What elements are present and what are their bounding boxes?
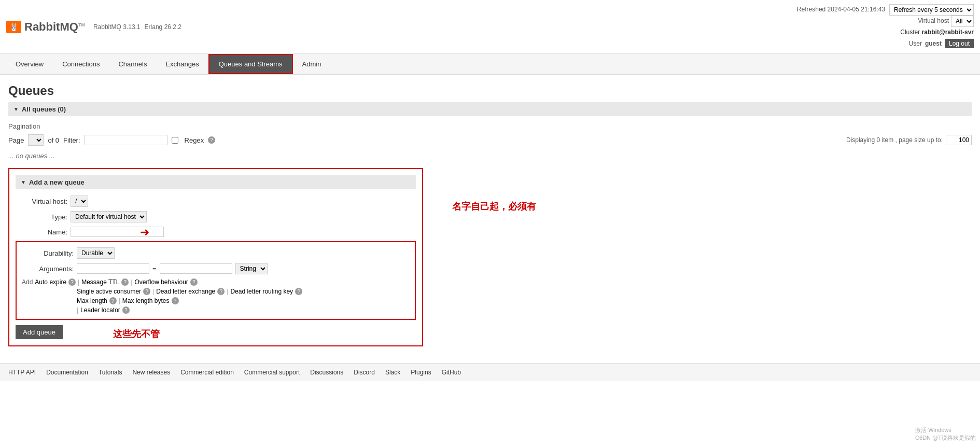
- footer-new-releases[interactable]: New releases: [132, 369, 170, 376]
- all-queues-label: All queues (0): [22, 105, 66, 113]
- nav-overview[interactable]: Overview: [6, 55, 53, 73]
- name-form-row: Name:: [16, 227, 416, 237]
- no-queues-message: ... no queues ...: [8, 152, 972, 160]
- logo-text: RabbitMQTM: [24, 20, 85, 34]
- logo: 🐰 RabbitMQTM: [6, 20, 85, 34]
- footer-commercial-edition[interactable]: Commercial edition: [180, 369, 234, 376]
- max-length-help[interactable]: ?: [109, 297, 117, 304]
- rabbitmq-version: RabbitMQ 3.13.1: [93, 23, 141, 31]
- filter-label: Filter:: [63, 136, 80, 144]
- page-title: Queues: [8, 83, 972, 98]
- message-ttl-help[interactable]: ?: [121, 278, 129, 286]
- sep5: |: [119, 297, 120, 304]
- footer-commercial-support[interactable]: Commercial support: [244, 369, 300, 376]
- message-ttl-link[interactable]: Message TTL: [81, 278, 119, 286]
- dead-letter-exchange-help[interactable]: ?: [217, 288, 225, 295]
- add-queue-section: ▼ Add a new queue 名字自己起，必须有 Virtual host…: [8, 168, 423, 346]
- single-active-help[interactable]: ?: [143, 288, 150, 295]
- vhost-field-select[interactable]: /: [71, 196, 88, 207]
- dead-letter-exchange-link[interactable]: Dead letter exchange: [156, 288, 215, 295]
- logout-button[interactable]: Log out: [945, 39, 974, 48]
- add-queue-collapse-icon: ▼: [21, 179, 26, 185]
- max-length-bytes-link[interactable]: Max length bytes: [122, 297, 170, 304]
- overflow-help[interactable]: ?: [190, 278, 198, 286]
- footer-http-api[interactable]: HTTP API: [8, 369, 36, 376]
- dead-letter-routing-help[interactable]: ?: [295, 288, 302, 295]
- type-form-row: Type: Default for virtual host: [16, 211, 416, 222]
- add-queue-header[interactable]: ▼ Add a new queue: [16, 175, 416, 189]
- page-size-area: Displaying 0 item , page size up to:: [846, 135, 972, 145]
- vhost-label: Virtual host: [918, 16, 949, 27]
- nav-channels[interactable]: Channels: [109, 55, 156, 73]
- page-select[interactable]: [28, 134, 44, 146]
- sep3: |: [152, 288, 154, 295]
- regex-checkbox[interactable]: [172, 137, 178, 144]
- durability-form-row: Durability: Durable: [22, 247, 410, 259]
- footer-plugins[interactable]: Plugins: [411, 369, 431, 376]
- arg-value-input[interactable]: [160, 263, 232, 274]
- leader-locator-help[interactable]: ?: [122, 306, 130, 314]
- of-label: of 0: [48, 136, 59, 144]
- cluster-value: rabbit@rabbit-svr: [922, 29, 974, 36]
- sep6: |: [77, 306, 78, 314]
- add-links-row2: Single active consumer ? | Dead letter e…: [77, 288, 410, 295]
- collapse-icon: ▼: [13, 106, 19, 112]
- vhost-select[interactable]: All: [951, 16, 974, 27]
- add-queue-title: Add a new queue: [29, 178, 85, 186]
- type-field-select[interactable]: Default for virtual host: [71, 211, 147, 222]
- footer-github[interactable]: GitHub: [442, 369, 461, 376]
- logo-icon: 🐰: [6, 21, 21, 33]
- footer-discussions[interactable]: Discussions: [310, 369, 343, 376]
- annotation-ignore: 这些先不管: [113, 328, 160, 340]
- all-queues-header[interactable]: ▼ All queues (0): [8, 102, 972, 116]
- sep1: |: [78, 278, 79, 286]
- top-header: 🐰 RabbitMQTM RabbitMQ 3.13.1 Erlang 26.2…: [0, 0, 980, 54]
- nav-queues[interactable]: Queues and Streams: [208, 54, 293, 74]
- name-field-label: Name:: [16, 228, 67, 236]
- cluster-label: Cluster: [900, 29, 920, 36]
- version-info: RabbitMQ 3.13.1 Erlang 26.2.2: [93, 23, 181, 31]
- arg-type-select[interactable]: String: [235, 263, 268, 274]
- user-value: guest: [925, 38, 942, 50]
- type-field-label: Type:: [16, 213, 67, 221]
- leader-locator-link[interactable]: Leader locator: [80, 306, 120, 314]
- vhost-form-row: Virtual host: /: [16, 196, 416, 207]
- regex-label: Regex: [185, 136, 204, 144]
- footer-discord[interactable]: Discord: [354, 369, 375, 376]
- footer-tutorials[interactable]: Tutorials: [99, 369, 122, 376]
- nav-exchanges[interactable]: Exchanges: [156, 55, 208, 73]
- top-right: Refreshed 2024-04-05 21:16:43 Refresh ev…: [797, 4, 974, 49]
- displaying-label: Displaying 0 item , page size up to:: [846, 136, 943, 144]
- footer-documentation[interactable]: Documentation: [46, 369, 88, 376]
- annotation-name: 名字自己起，必须有: [452, 200, 536, 213]
- pagination-row: Page of 0 Filter: Regex ? Displaying 0 i…: [8, 134, 972, 146]
- footer: HTTP API Documentation Tutorials New rel…: [0, 363, 980, 381]
- auto-expire-help[interactable]: ?: [68, 278, 76, 286]
- args-equals: =: [152, 265, 157, 273]
- logo-area: 🐰 RabbitMQTM RabbitMQ 3.13.1 Erlang 26.2…: [6, 20, 181, 34]
- durability-select[interactable]: Durable: [77, 247, 115, 259]
- add-links-row1: Add Auto expire ? | Message TTL ? | Over…: [22, 278, 410, 286]
- add-queue-button[interactable]: Add queue: [16, 325, 63, 339]
- filter-input[interactable]: [85, 135, 167, 145]
- max-length-bytes-help[interactable]: ?: [172, 297, 179, 304]
- add-label: Add: [22, 278, 33, 286]
- auto-expire-link[interactable]: Auto expire: [35, 278, 66, 286]
- dead-letter-routing-link[interactable]: Dead letter routing key: [230, 288, 293, 295]
- single-active-link[interactable]: Single active consumer: [77, 288, 141, 295]
- refreshed-time: Refreshed 2024-04-05 21:16:43: [797, 4, 885, 16]
- name-field-input[interactable]: [71, 227, 164, 237]
- main-nav: Overview Connections Channels Exchanges …: [0, 54, 980, 75]
- nav-connections[interactable]: Connections: [53, 55, 109, 73]
- sep2: |: [131, 278, 132, 286]
- refresh-select[interactable]: Refresh every 5 seconds: [889, 4, 974, 16]
- erlang-version: Erlang 26.2.2: [145, 23, 181, 31]
- arg-key-input[interactable]: [77, 263, 149, 274]
- footer-slack[interactable]: Slack: [385, 369, 400, 376]
- arguments-box: Durability: Durable Arguments: = String …: [16, 241, 416, 320]
- regex-help-button[interactable]: ?: [208, 136, 215, 144]
- nav-admin[interactable]: Admin: [293, 55, 331, 73]
- max-length-link[interactable]: Max length: [77, 297, 107, 304]
- page-size-input[interactable]: [946, 135, 972, 145]
- overflow-link[interactable]: Overflow behaviour: [134, 278, 188, 286]
